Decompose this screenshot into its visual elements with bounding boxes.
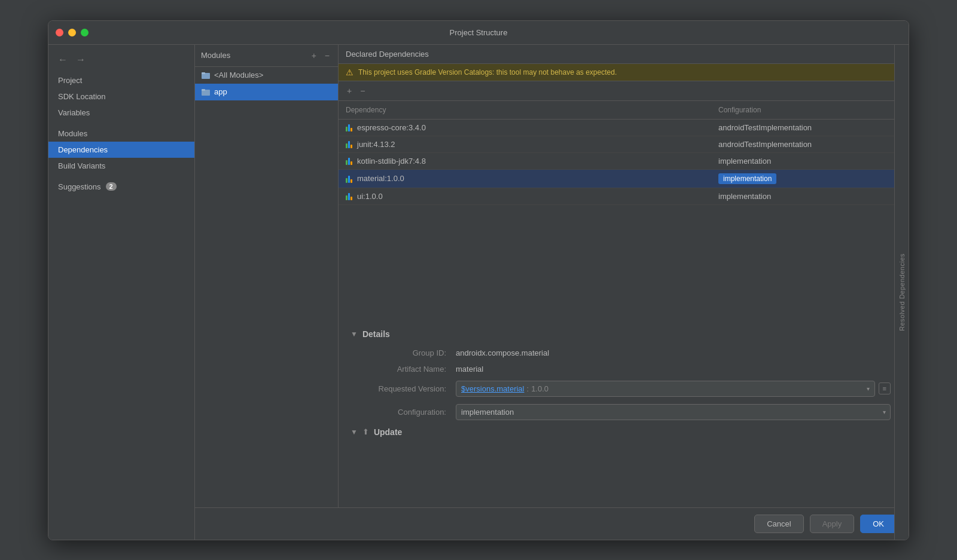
- version-edit-button[interactable]: ≡: [879, 382, 891, 394]
- sidebar-item-modules[interactable]: Modules: [48, 126, 194, 142]
- modules-panel-actions: + −: [309, 50, 332, 62]
- version-display: $versions.material : 1.0.0 ▾: [456, 381, 875, 397]
- version-input-wrapper: $versions.material : 1.0.0 ▾ ≡: [456, 381, 891, 397]
- apply-button[interactable]: Apply: [810, 515, 855, 533]
- modules-list: <All Modules> app: [195, 67, 338, 507]
- remove-module-button[interactable]: −: [322, 50, 332, 62]
- main-content: Modules + − <All Modules>: [195, 45, 909, 540]
- artifact-name-row: Artifact Name: material: [351, 365, 891, 374]
- module-item-all[interactable]: <All Modules>: [195, 67, 338, 84]
- configuration-select-wrapper: implementation api compileOnly runtimeOn…: [456, 404, 891, 420]
- modules-panel-title: Modules: [201, 51, 230, 60]
- dep-row-material[interactable]: material:1.0.0 implementation: [339, 170, 903, 188]
- app-folder-icon: [201, 87, 211, 97]
- artifact-name-label: Artifact Name:: [351, 365, 446, 374]
- sidebar-item-variables[interactable]: Variables: [48, 105, 194, 121]
- add-dep-button[interactable]: +: [345, 85, 354, 97]
- remove-dep-button[interactable]: −: [358, 85, 367, 97]
- close-button[interactable]: [56, 29, 63, 36]
- sidebar-item-build-variants[interactable]: Build Variants: [48, 158, 194, 174]
- details-chevron[interactable]: ▼: [351, 330, 358, 338]
- details-section: ▼ Details Group ID: androidx.compose.mat…: [339, 320, 903, 507]
- configuration-label: Configuration:: [351, 408, 446, 417]
- deps-table-header: Dependency Configuration: [339, 101, 903, 120]
- update-header[interactable]: ▼ ⬆ Update: [351, 427, 891, 437]
- deps-toolbar: + −: [339, 81, 903, 101]
- title-bar: Project Structure: [48, 21, 909, 45]
- content-right: Declared Dependencies ⚠ This project use…: [339, 45, 903, 507]
- update-icon: ⬆: [362, 427, 369, 436]
- version-link[interactable]: $versions.material: [461, 384, 525, 393]
- details-section-title: Details: [362, 329, 390, 339]
- dep-bar-icon: [346, 157, 352, 165]
- window-controls: [56, 29, 89, 36]
- group-id-label: Group ID:: [351, 348, 446, 357]
- configuration-row: Configuration: implementation api compil…: [351, 404, 891, 420]
- version-number: 1.0.0: [531, 384, 548, 393]
- dialog-title: Project Structure: [450, 28, 508, 37]
- update-section-title: Update: [374, 427, 402, 437]
- group-id-row: Group ID: androidx.compose.material: [351, 348, 891, 357]
- forward-button[interactable]: →: [74, 53, 88, 66]
- add-module-button[interactable]: +: [309, 50, 319, 62]
- declared-deps-container: Declared Dependencies ⚠ This project use…: [339, 45, 903, 320]
- dep-row-espresso[interactable]: espresso-core:3.4.0 androidTestImplement…: [339, 120, 903, 136]
- modules-panel: Modules + − <All Modules>: [195, 45, 339, 507]
- update-section: ▼ ⬆ Update: [351, 427, 891, 437]
- modules-panel-header: Modules + −: [195, 45, 338, 67]
- configuration-input-wrapper: implementation api compileOnly runtimeOn…: [456, 404, 891, 420]
- dep-bar-icon: [346, 123, 352, 131]
- suggestions-badge: 2: [106, 182, 117, 191]
- warning-bar: ⚠ This project uses Gradle Version Catal…: [339, 64, 903, 81]
- sidebar-item-project[interactable]: Project: [48, 72, 194, 88]
- details-section-header: ▼ Details: [351, 329, 891, 339]
- config-column-header: Configuration: [711, 103, 903, 117]
- deps-header: Declared Dependencies: [339, 45, 903, 64]
- version-dropdown-arrow[interactable]: ▾: [867, 385, 870, 392]
- dep-column-header: Dependency: [339, 103, 711, 117]
- sidebar-item-dependencies[interactable]: Dependencies: [48, 142, 194, 158]
- dep-bar-icon: [346, 140, 352, 148]
- dep-row-junit[interactable]: junit:4.13.2 androidTestImplementation: [339, 136, 903, 153]
- nav-controls: ← →: [48, 50, 194, 70]
- artifact-name-value: material: [456, 365, 483, 374]
- dep-bar-icon: [346, 192, 352, 200]
- sidebar-item-suggestions[interactable]: Suggestions 2: [48, 179, 194, 195]
- svg-rect-1: [202, 72, 205, 74]
- content-body: Modules + − <All Modules>: [195, 45, 909, 507]
- dialog-body: ← → Project SDK Location Variables Modul…: [48, 45, 909, 540]
- requested-version-row: Requested Version: $versions.material : …: [351, 381, 891, 397]
- dep-row-kotlin[interactable]: kotlin-stdlib-jdk7:4.8 implementation: [339, 153, 903, 170]
- project-structure-dialog: Project Structure ← → Project SDK Locati…: [48, 20, 909, 540]
- module-item-app[interactable]: app: [195, 84, 338, 100]
- sidebar: ← → Project SDK Location Variables Modul…: [48, 45, 195, 540]
- maximize-button[interactable]: [81, 29, 89, 36]
- resolved-deps-label: Resolved Dependencies: [898, 253, 906, 331]
- ok-button[interactable]: OK: [860, 515, 897, 533]
- minimize-button[interactable]: [68, 29, 76, 36]
- warning-icon: ⚠: [346, 68, 353, 77]
- back-button[interactable]: ←: [56, 53, 70, 66]
- dep-bar-icon: [346, 175, 352, 183]
- configuration-select[interactable]: implementation api compileOnly runtimeOn…: [456, 404, 891, 420]
- folder-icon: [201, 71, 211, 80]
- dialog-footer: Cancel Apply OK: [195, 507, 909, 540]
- sidebar-section-top: Project SDK Location Variables: [48, 72, 194, 126]
- sidebar-item-sdk-location[interactable]: SDK Location: [48, 88, 194, 105]
- sidebar-section-modules: Modules Dependencies Build Variants: [48, 126, 194, 179]
- cancel-button[interactable]: Cancel: [754, 515, 803, 533]
- version-separator: :: [527, 384, 529, 393]
- resolved-deps-tab[interactable]: Resolved Dependencies: [894, 45, 909, 507]
- requested-version-label: Requested Version:: [351, 384, 446, 393]
- group-id-value: androidx.compose.material: [456, 348, 549, 357]
- update-chevron: ▼: [351, 428, 358, 436]
- svg-rect-3: [202, 89, 205, 91]
- deps-table: espresso-core:3.4.0 androidTestImplement…: [339, 120, 903, 205]
- dep-row-ui[interactable]: ui:1.0.0 implementation: [339, 188, 903, 205]
